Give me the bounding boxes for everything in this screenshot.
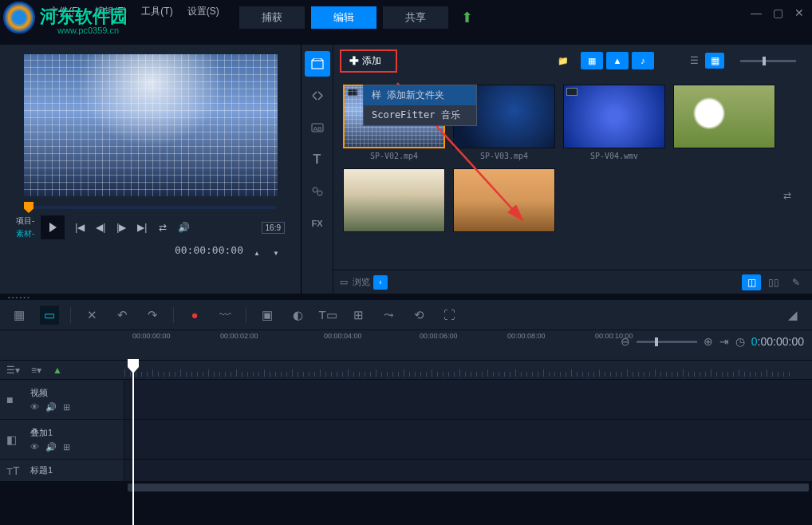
dropdown-new-folder[interactable]: 样 添加新文件夹 (364, 85, 476, 105)
collapse-nav-icon[interactable]: ‹ (373, 275, 388, 290)
record-icon[interactable]: ● (185, 306, 204, 325)
aspect-ratio-label[interactable]: 16:9 (262, 222, 285, 234)
track-lock-icon[interactable]: ⊞ (63, 402, 70, 412)
zoom-out-icon[interactable]: ⊖ (621, 335, 630, 348)
track-header[interactable]: ◧ 叠加1 👁 🔊 ⊞ (0, 420, 124, 459)
tools-icon[interactable]: ✕ (82, 306, 101, 325)
scrubber-thumb-icon[interactable] (24, 202, 34, 213)
audio-mixer-icon[interactable]: 〰 (215, 306, 235, 325)
tab-edit[interactable]: 编辑 (311, 6, 376, 29)
storyboard-view-icon[interactable]: ▦ (10, 306, 29, 325)
track-header[interactable]: ■ 视频 👁 🔊 ⊞ (0, 380, 124, 419)
library-content: ✚ 添加 📁 ▦ ▲ ♪ ☰ ▦ (333, 45, 812, 294)
panel-divider[interactable]: •••••• (0, 294, 812, 300)
zoom-in-icon[interactable]: ⊕ (704, 335, 713, 348)
track-audio-icon[interactable]: 🔊 (45, 402, 57, 412)
disclose-icon[interactable]: ▲ (53, 365, 62, 376)
tool-1-icon[interactable]: ▣ (258, 306, 277, 325)
track-visible-icon[interactable]: 👁 (30, 402, 39, 412)
undo-icon[interactable]: ↶ (112, 306, 132, 325)
titles-tab-icon[interactable]: AB (305, 115, 330, 140)
track-menu-2-icon[interactable]: ≡▾ (31, 365, 41, 376)
panel-edit-icon[interactable]: ✎ (786, 274, 806, 290)
tool-4-icon[interactable]: ⊞ (349, 306, 368, 325)
panel-toggle-2-icon[interactable]: ▯▯ (764, 274, 783, 290)
play-button[interactable] (41, 215, 65, 239)
close-icon[interactable]: ✕ (794, 6, 804, 19)
tool-3-icon[interactable]: T▭ (318, 306, 337, 325)
thumbnail-item[interactable] (453, 168, 555, 232)
clip-type-icon (347, 89, 358, 97)
list-view-icon[interactable]: ☰ (684, 53, 704, 69)
tick-label: 00:00:00:00 (132, 332, 171, 340)
add-button[interactable]: ✚ 添加 (340, 49, 397, 73)
minimize-icon[interactable]: — (751, 6, 762, 19)
overlay-track: ◧ 叠加1 👁 🔊 ⊞ (0, 420, 812, 460)
timecode-up-icon[interactable]: ▲ (248, 244, 266, 262)
timeline-scrollbar[interactable] (0, 482, 812, 493)
mark-range-icon[interactable]: ⇄ (783, 190, 796, 203)
thumbnail-item[interactable] (673, 85, 775, 160)
timeline-timecode[interactable]: 0:00:00:00 (751, 335, 804, 348)
svg-point-4 (317, 191, 322, 195)
zoom-thumb-icon[interactable] (763, 57, 766, 65)
watermark-url: www.pc0359.cn (57, 26, 119, 35)
tab-share[interactable]: 共享 (383, 6, 448, 29)
media-tab-icon[interactable] (305, 51, 330, 77)
clock-icon[interactable]: ◷ (735, 335, 745, 348)
menu-settings[interactable]: 设置(S) (187, 5, 219, 18)
transitions-tab-icon[interactable] (305, 83, 330, 109)
tool-marker-icon[interactable]: ◢ (783, 306, 802, 325)
filter-audio-icon[interactable]: ♪ (632, 52, 654, 69)
fx-tab-icon[interactable]: FX (305, 211, 330, 236)
plus-icon: ✚ (349, 54, 359, 67)
goto-start-icon[interactable]: |◀ (71, 219, 89, 236)
preview-screen[interactable] (24, 54, 278, 196)
tab-capture[interactable]: 捕获 (239, 6, 305, 29)
app-logo (3, 2, 35, 34)
track-lane[interactable] (124, 380, 812, 419)
timeline-view-icon[interactable]: ▭ (40, 306, 59, 325)
timecode-down-icon[interactable]: ▼ (267, 244, 285, 262)
tool-6-icon[interactable]: ⟲ (409, 306, 428, 325)
thumbnail-item[interactable] (343, 168, 445, 232)
clip-type-icon (566, 88, 577, 96)
tool-7-icon[interactable]: ⛶ (440, 306, 459, 325)
preview-scrubber[interactable] (24, 206, 277, 209)
graphics-tab-icon[interactable] (305, 179, 330, 204)
track-lane[interactable] (124, 420, 812, 459)
track-menu-1-icon[interactable]: ☰▾ (6, 365, 20, 376)
dd-folder-label: 添加新文件夹 (387, 89, 444, 101)
track-header[interactable]: ᴛT 标题1 (0, 460, 124, 481)
upload-icon[interactable]: ⬆ (461, 9, 473, 26)
track-audio-icon[interactable]: 🔊 (45, 442, 57, 452)
loop-icon[interactable]: ⇄ (154, 219, 171, 236)
browse-button[interactable]: ▭ 浏览 (340, 276, 370, 288)
prev-frame-icon[interactable]: ◀| (92, 219, 109, 236)
panel-toggle-1-icon[interactable]: ◫ (742, 274, 761, 290)
dropdown-scorefitter[interactable]: ScoreFitter 音乐 (364, 105, 476, 125)
goto-end-icon[interactable]: ▶| (133, 219, 151, 236)
preview-panel: ⇄ 项目- 素材- |◀ ◀| |▶ ▶| ⇄ 🔊 16:9 00:00:00:… (0, 45, 302, 294)
track-lane[interactable] (124, 460, 812, 481)
thumbnail-zoom-slider[interactable] (740, 60, 796, 62)
text-tab-icon[interactable]: T (305, 147, 330, 172)
import-folder-icon[interactable]: 📁 (552, 52, 574, 69)
grid-view-icon[interactable]: ▦ (705, 53, 724, 69)
tool-2-icon[interactable]: ◐ (288, 306, 307, 325)
redo-icon[interactable]: ↷ (143, 306, 162, 325)
timecode-display[interactable]: 00:00:00:00 (175, 244, 243, 262)
filter-photo-icon[interactable]: ▲ (606, 52, 629, 69)
volume-icon[interactable]: 🔊 (175, 219, 192, 236)
filter-video-icon[interactable]: ▦ (581, 52, 603, 69)
timeline-zoom-slider[interactable] (637, 341, 697, 343)
next-frame-icon[interactable]: |▶ (112, 219, 130, 236)
track-name-label: 叠加1 (30, 427, 70, 439)
tool-5-icon[interactable]: ⤳ (379, 306, 398, 325)
menu-tools[interactable]: 工具(T) (141, 5, 172, 18)
maximize-icon[interactable]: ▢ (773, 6, 783, 19)
track-lock-icon[interactable]: ⊞ (63, 442, 70, 452)
thumbnail-item[interactable]: SP-V04.wmv (563, 85, 665, 160)
fit-icon[interactable]: ⇥ (719, 335, 729, 348)
track-visible-icon[interactable]: 👁 (30, 442, 39, 452)
